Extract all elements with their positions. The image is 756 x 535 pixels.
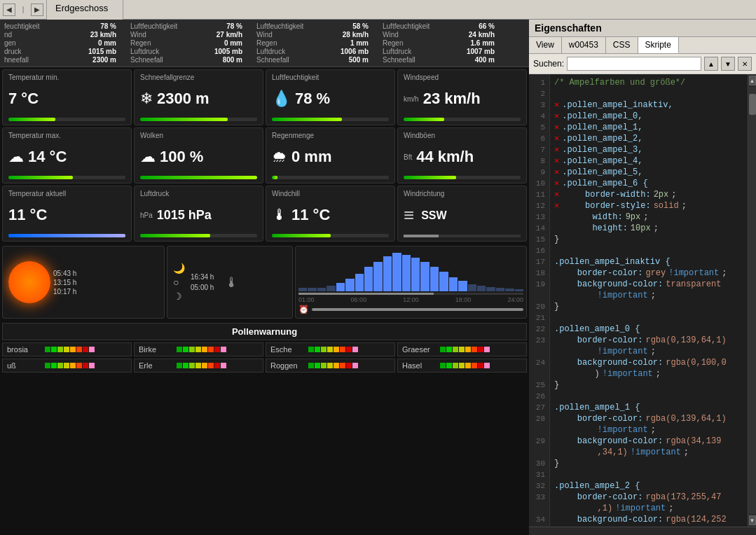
code-line-32: background-color: rgba(34,139 <box>554 436 743 447</box>
code-line-5: ✕ .pollen_ampel_2, <box>554 133 743 144</box>
code-line-0: /* Ampelfarben und größe*/ <box>554 77 743 88</box>
code-line-9: ✕ .pollen_ampel_6 { <box>554 178 743 189</box>
pollen-graeser: Graeser <box>397 342 527 356</box>
card-luftdruck: Luftdruck hPa 1015 hPa <box>134 186 263 242</box>
pollen-esche: Esche <box>266 342 395 356</box>
sun-moon-row: 05:43 h 13:15 h 10:17 h 🌙 ○ ☽ 16:34 h 05… <box>0 244 529 321</box>
sun-section: 05:43 h 13:15 h 10:17 h <box>2 246 165 319</box>
pollen-title: Pollenwarnung <box>2 323 527 340</box>
daylight-axis: 01:00 06:00 12:00 18:00 24:00 <box>298 296 523 303</box>
tab-w00453[interactable]: w00453 <box>562 37 606 53</box>
card-windboeen: Windböen Bft 44 km/h <box>397 127 527 183</box>
pollen-hasel: Hasel <box>397 359 527 373</box>
pollen-roggen: Roggen <box>266 359 395 373</box>
search-up-button[interactable]: ▲ <box>704 57 718 71</box>
thermometer-icon: 🌡 <box>225 275 239 291</box>
sun-icon <box>8 261 50 303</box>
code-line-15 <box>554 245 743 256</box>
search-row: Suchen: ▲ ▼ ✕ <box>529 54 756 74</box>
nav-back-button[interactable]: ◀ <box>3 4 15 16</box>
nav-arrows: ◀ | ▶ <box>0 0 47 19</box>
code-line-26: ) !important; <box>554 368 743 380</box>
code-line-1 <box>554 88 743 99</box>
card-windspeed: Windspeed km/h 23 km/h <box>397 69 527 125</box>
code-line-23: border-color: rgba(0,139,64,1) <box>554 335 743 346</box>
card-wolken: Wolken ☁ 100 % <box>134 127 263 183</box>
code-line-21 <box>554 312 743 324</box>
station-2: Luftfeuchtigkeit58 % Wind28 km/h Regen1 … <box>256 22 369 64</box>
code-editor: 1234567891011121314151617181920212223242… <box>529 74 756 527</box>
card-luftfeuchtigkeit: Luftfeuchtigkeit 💧 78 % <box>266 69 395 125</box>
pollen-erle: Erle <box>134 359 263 373</box>
nav-forward-button[interactable]: ▶ <box>31 4 43 16</box>
card-windchill: Windchill 🌡 11 °C <box>266 186 395 242</box>
line-numbers: 1234567891011121314151617181920212223242… <box>529 74 550 527</box>
code-line-13: height: 10px; <box>554 223 743 234</box>
card-windrichtung: Windrichtung ≡ SSW <box>397 186 527 242</box>
nav-tab-erdgeschoss[interactable]: Erdgeschoss <box>47 0 123 16</box>
scrollbar-up-button[interactable]: ▲ <box>749 76 756 85</box>
code-line-38: ,1) !important; <box>554 503 743 514</box>
daylight-bars <box>298 249 523 291</box>
pollen-grid: brosia Birke <box>2 342 527 373</box>
tab-view[interactable]: View <box>529 37 562 53</box>
tab-css[interactable]: CSS <box>606 37 638 53</box>
card-schneefallgrenze: Schneefallgrenze ❄ 2300 m <box>134 69 263 125</box>
code-line-24: !important; <box>554 346 743 357</box>
pollen-uu: uß <box>2 359 132 373</box>
bottom-scrollbar <box>529 527 756 535</box>
tab-skripte[interactable]: Skripte <box>638 37 679 53</box>
nav-tabs: ErdgeschossKameraNavigationObergeschossT… <box>47 0 123 19</box>
properties-title: Eigenschaften <box>529 20 756 37</box>
card-temp-aktuell: Temperatur aktuell 11 °C <box>2 186 132 242</box>
scrollbar-down-button[interactable]: ▼ <box>749 515 756 525</box>
code-line-3: ✕ .pollen_ampel_0, <box>554 111 743 122</box>
card-regenmenge: Regenmenge 🌧 0 mm <box>266 127 395 183</box>
alarm-row: ⏰ <box>298 305 523 314</box>
right-panel: Eigenschaften View w00453 CSS Skripte Su… <box>529 20 756 535</box>
code-line-7: ✕ .pollen_ampel_4, <box>554 155 743 167</box>
editor-scrollbar: ▲ ▼ <box>748 74 756 527</box>
code-line-33: ,34,1) !important; <box>554 447 743 458</box>
pollen-section: Pollenwarnung brosia <box>0 321 529 535</box>
search-clear-button[interactable]: ✕ <box>738 57 752 71</box>
card-temp-min: Temperatur min. 7 °C <box>2 69 132 125</box>
main-content: feuchtigkeit78 % nd23 km/h gen0 mm druck… <box>0 20 756 535</box>
code-line-17: border-color: grey !important; <box>554 268 743 279</box>
code-line-16: .pollen_ampel_inaktiv { <box>554 256 743 268</box>
code-line-12: width: 9px; <box>554 211 743 223</box>
nav-divider: | <box>17 4 29 16</box>
properties-tabs: View w00453 CSS Skripte <box>529 37 756 54</box>
pollen-birke: Birke <box>134 342 263 356</box>
search-input[interactable] <box>567 57 701 71</box>
moon-section: 🌙 ○ ☽ 16:34 h 05:00 h 🌡 <box>167 246 293 319</box>
code-line-20: } <box>554 301 743 312</box>
code-line-14: } <box>554 234 743 245</box>
scrollbar-track[interactable] <box>749 87 756 514</box>
code-content[interactable]: /* Ampelfarben und größe*/✕ .pollen_ampe… <box>550 74 748 527</box>
code-line-31: !important; <box>554 424 743 436</box>
code-line-37: border-color: rgba(173,255,47 <box>554 492 743 503</box>
code-line-6: ✕ .pollen_ampel_3, <box>554 144 743 155</box>
search-label: Suchen: <box>533 59 564 69</box>
code-line-36: .pollen_ampel_2 { <box>554 480 743 492</box>
code-line-2: ✕ .pollen_ampel_inaktiv, <box>554 99 743 111</box>
code-line-8: ✕ .pollen_ampel_5, <box>554 167 743 178</box>
navigation-bar: ◀ | ▶ ErdgeschossKameraNavigationOberges… <box>0 0 756 20</box>
search-down-button[interactable]: ▼ <box>721 57 735 71</box>
station-1: Luftfeuchtigkeit78 % Wind27 km/h Regen0 … <box>130 22 242 64</box>
weather-top-row: feuchtigkeit78 % nd23 km/h gen0 mm druck… <box>0 20 529 67</box>
weather-grid: Temperatur min. 7 °C Schneefallgrenze ❄ … <box>0 67 529 244</box>
code-line-4: ✕ .pollen_ampel_1, <box>554 122 743 133</box>
alarm-icon: ⏰ <box>298 305 309 314</box>
code-line-39: background-color: rgba(124,252 <box>554 514 743 525</box>
code-line-28 <box>554 391 743 402</box>
station-0: feuchtigkeit78 % nd23 km/h gen0 mm druck… <box>4 22 116 64</box>
sun-times: 05:43 h 13:15 h 10:17 h <box>53 270 76 296</box>
code-line-22: .pollen_ampel_0 { <box>554 324 743 335</box>
code-line-30: border-color: rgba(0,139,64,1) <box>554 413 743 424</box>
code-line-27: } <box>554 380 743 391</box>
code-line-35 <box>554 469 743 480</box>
code-line-19: !important; <box>554 290 743 301</box>
code-line-34: } <box>554 458 743 469</box>
